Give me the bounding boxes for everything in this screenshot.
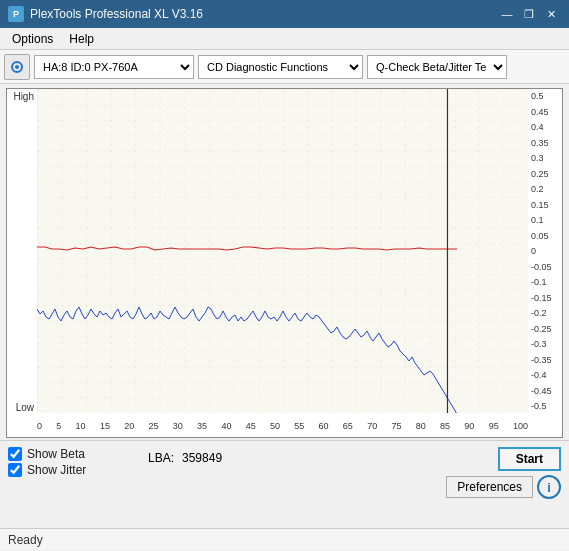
svg-point-1 bbox=[15, 65, 19, 69]
show-beta-row: Show Beta bbox=[8, 447, 128, 461]
checkboxes: Show Beta Show Jitter bbox=[8, 447, 128, 477]
test-select[interactable]: Q-Check Beta/Jitter Test bbox=[367, 55, 507, 79]
toolbar: HA:8 ID:0 PX-760A CD Diagnostic Function… bbox=[0, 50, 569, 84]
show-jitter-row: Show Jitter bbox=[8, 463, 128, 477]
pref-info-row: Preferences i bbox=[446, 475, 561, 499]
x-axis: 0 5 10 15 20 25 30 35 40 45 50 55 60 65 … bbox=[37, 415, 528, 437]
plot-svg bbox=[37, 89, 528, 413]
titlebar-controls: — ❐ ✕ bbox=[497, 5, 561, 23]
status-text: Ready bbox=[8, 533, 43, 547]
titlebar-left: P PlexTools Professional XL V3.16 bbox=[8, 6, 203, 22]
show-jitter-label: Show Jitter bbox=[27, 463, 86, 477]
menubar: Options Help bbox=[0, 28, 569, 50]
y-axis-right: 0.5 0.45 0.4 0.35 0.3 0.25 0.2 0.15 0.1 … bbox=[528, 89, 562, 413]
info-button[interactable]: i bbox=[537, 475, 561, 499]
buttons-section: Start Preferences i bbox=[446, 447, 561, 499]
controls-row: Show Beta Show Jitter LBA: 359849 Start … bbox=[8, 447, 561, 522]
drive-select[interactable]: HA:8 ID:0 PX-760A bbox=[34, 55, 194, 79]
window-title: PlexTools Professional XL V3.16 bbox=[30, 7, 203, 21]
lba-value: 359849 bbox=[182, 451, 222, 465]
chart-container: High Low 0.5 0.45 0.4 0.35 0.3 0.25 0.2 … bbox=[6, 88, 563, 438]
y-axis-left: High Low bbox=[7, 89, 37, 437]
restore-button[interactable]: ❐ bbox=[519, 5, 539, 23]
svg-rect-6 bbox=[37, 89, 528, 413]
minimize-button[interactable]: — bbox=[497, 5, 517, 23]
plot-area bbox=[37, 89, 528, 413]
bottom-panel: Show Beta Show Jitter LBA: 359849 Start … bbox=[0, 440, 569, 528]
menu-help[interactable]: Help bbox=[61, 30, 102, 48]
menu-options[interactable]: Options bbox=[4, 30, 61, 48]
preferences-button[interactable]: Preferences bbox=[446, 476, 533, 498]
lba-section: LBA: 359849 bbox=[128, 447, 446, 465]
drive-icon-button[interactable] bbox=[4, 54, 30, 80]
y-left-low: Low bbox=[7, 402, 37, 413]
show-beta-checkbox[interactable] bbox=[8, 447, 22, 461]
show-jitter-checkbox[interactable] bbox=[8, 463, 22, 477]
start-button[interactable]: Start bbox=[498, 447, 561, 471]
function-select[interactable]: CD Diagnostic Functions bbox=[198, 55, 363, 79]
close-button[interactable]: ✕ bbox=[541, 5, 561, 23]
titlebar: P PlexTools Professional XL V3.16 — ❐ ✕ bbox=[0, 0, 569, 28]
statusbar: Ready bbox=[0, 528, 569, 550]
lba-label: LBA: bbox=[148, 451, 174, 465]
app-icon: P bbox=[8, 6, 24, 22]
y-left-high: High bbox=[7, 91, 37, 102]
show-beta-label: Show Beta bbox=[27, 447, 85, 461]
